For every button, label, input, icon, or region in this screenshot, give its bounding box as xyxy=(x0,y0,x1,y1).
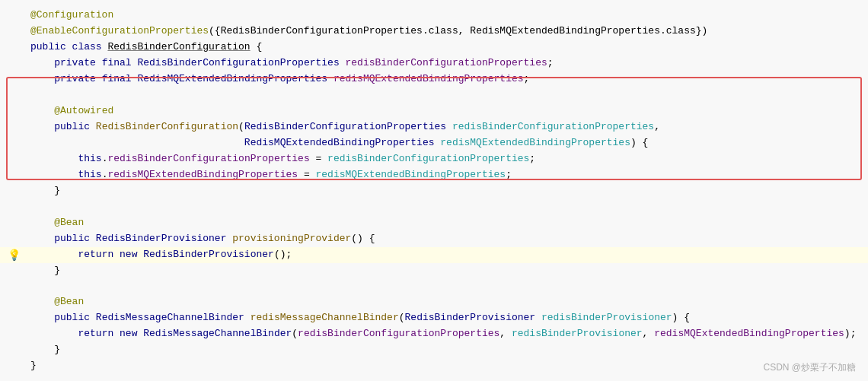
token: this xyxy=(78,153,101,164)
token: ); xyxy=(844,328,857,339)
watermark: CSDN @炒栗子不加糖 xyxy=(763,360,856,375)
line-content: RedisMQExtendedBindingProperties redisMQ… xyxy=(30,135,862,151)
line-content: @Bean xyxy=(30,294,862,310)
token: RedisBinderConfigurationProperties xyxy=(137,57,345,68)
token: = xyxy=(298,169,315,180)
token: redisBinderProvisioner xyxy=(512,328,643,339)
token: ( xyxy=(399,312,405,323)
token: @Bean xyxy=(54,217,84,228)
token: RedisMQExtendedBindingProperties xyxy=(137,73,333,84)
token: final xyxy=(102,73,138,84)
token: .class, xyxy=(423,25,470,37)
token: } xyxy=(30,265,60,276)
token: ; xyxy=(547,57,554,68)
token: RedisBinderProvisioner xyxy=(96,233,232,244)
line-content: private final RedisBinderConfigurationPr… xyxy=(30,56,862,71)
token xyxy=(30,57,54,68)
token: this xyxy=(78,169,101,180)
token: ( xyxy=(238,121,244,132)
code-line xyxy=(0,87,868,103)
line-content: } xyxy=(30,263,862,279)
token: , xyxy=(499,328,512,339)
token: return xyxy=(78,249,120,260)
token xyxy=(30,153,78,164)
code-line: } xyxy=(0,263,868,279)
code-line: public RedisBinderProvisioner provisioni… xyxy=(0,231,868,247)
code-line: private final RedisBinderConfigurationPr… xyxy=(0,56,868,71)
line-content: private final RedisMQExtendedBindingProp… xyxy=(30,71,862,87)
code-lines: @Configuration@EnableConfigurationProper… xyxy=(0,8,868,374)
token: redisBinderConfigurationProperties xyxy=(452,121,654,132)
token: RedisMessageChannelBinder xyxy=(143,328,292,339)
code-line: public RedisMessageChannelBinder redisMe… xyxy=(0,310,868,326)
code-line: @EnableConfigurationProperties({RedisBin… xyxy=(0,24,868,40)
token: , xyxy=(643,328,655,339)
code-line: } xyxy=(0,342,868,358)
token: redisBinderConfigurationProperties xyxy=(298,328,499,339)
token: @Configuration xyxy=(30,9,113,21)
token: redisBinderConfigurationProperties xyxy=(346,57,547,68)
token xyxy=(30,73,54,84)
token: RedisMQExtendedBindingProperties xyxy=(244,137,440,148)
token xyxy=(30,121,54,132)
token: redisMQExtendedBindingProperties xyxy=(654,328,844,339)
token: , xyxy=(654,121,660,132)
token: } xyxy=(30,360,37,371)
token xyxy=(30,233,54,244)
token: redisBinderConfigurationProperties xyxy=(327,153,529,164)
code-line: public class RedisBinderConfiguration { xyxy=(0,40,868,56)
token: redisBinderConfigurationProperties xyxy=(107,153,309,164)
lightbulb-icon[interactable]: 💡 xyxy=(0,247,27,264)
line-content: @EnableConfigurationProperties({RedisBin… xyxy=(30,24,862,40)
line-content: @Bean xyxy=(30,215,862,231)
token: (); xyxy=(274,249,292,260)
token: public xyxy=(30,41,72,52)
token: return xyxy=(78,328,120,339)
token: redisMQExtendedBindingProperties xyxy=(333,73,524,84)
token xyxy=(30,249,78,260)
line-content: public RedisMessageChannelBinder redisMe… xyxy=(30,310,862,326)
token: .class}) xyxy=(660,25,707,37)
code-line: } xyxy=(0,358,868,374)
token: ; xyxy=(524,73,530,84)
token: RedisMQExtendedBindingProperties xyxy=(470,25,660,37)
token: class xyxy=(72,41,108,52)
token: @EnableConfigurationProperties xyxy=(30,25,209,37)
token: redisBinderProvisioner xyxy=(541,312,672,323)
token: @Bean xyxy=(54,296,84,307)
token: new xyxy=(120,249,143,260)
line-content: public RedisBinderProvisioner provisioni… xyxy=(30,231,862,247)
line-content: return new RedisBinderProvisioner(); xyxy=(30,247,862,263)
code-line: this.redisBinderConfigurationProperties … xyxy=(0,151,868,167)
code-editor: @Configuration@EnableConfigurationProper… xyxy=(0,0,868,381)
token: RedisBinderProvisioner xyxy=(405,312,541,323)
token xyxy=(30,217,54,228)
token: RedisBinderConfigurationProperties xyxy=(244,121,452,132)
token: public xyxy=(54,121,96,132)
line-content xyxy=(30,279,862,295)
line-content: this.redisMQExtendedBindingProperties = … xyxy=(30,167,862,183)
token: @Autowired xyxy=(54,105,113,116)
line-content: this.redisBinderConfigurationProperties … xyxy=(30,151,862,167)
token: final xyxy=(102,57,138,68)
code-line: } xyxy=(0,183,868,199)
line-content: } xyxy=(30,342,862,358)
token xyxy=(30,296,54,307)
token: RedisMessageChannelBinder xyxy=(96,312,251,323)
line-content: return new RedisMessageChannelBinder(red… xyxy=(30,326,862,342)
token xyxy=(30,312,54,323)
line-content: } xyxy=(30,183,862,199)
token xyxy=(30,328,78,339)
line-content: @Configuration xyxy=(30,8,862,24)
token: } xyxy=(30,344,60,355)
token: ; xyxy=(529,153,535,164)
token: public xyxy=(54,312,96,323)
line-content: public RedisBinderConfiguration(RedisBin… xyxy=(30,119,862,135)
token: ({ xyxy=(209,25,221,37)
line-content xyxy=(30,87,862,103)
code-line xyxy=(0,279,868,295)
code-line: this.redisMQExtendedBindingProperties = … xyxy=(0,167,868,183)
token: ) { xyxy=(630,137,648,148)
token: private xyxy=(54,57,101,68)
token: private xyxy=(54,73,101,84)
